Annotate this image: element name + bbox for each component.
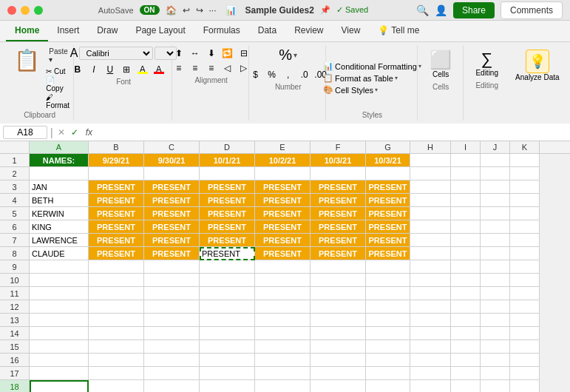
cell[interactable] [510,340,540,354]
cell[interactable] [451,314,481,327]
insert-function-button[interactable]: fx [83,127,95,138]
cell[interactable] [311,260,366,274]
cell[interactable]: 10/1/21 [200,154,255,167]
cell[interactable] [200,340,255,354]
cell[interactable]: PRESENT [366,220,410,234]
cell[interactable] [451,154,481,167]
cell[interactable] [510,180,540,194]
row-num-1[interactable]: 1 [0,154,29,167]
cell[interactable] [255,354,311,367]
cell[interactable]: PRESENT [366,194,410,207]
cell[interactable] [410,220,451,234]
tab-view[interactable]: View [333,21,370,41]
cell[interactable]: PRESENT [311,180,366,194]
comma-button[interactable]: , [281,68,296,81]
cell[interactable] [30,327,89,340]
cell[interactable] [89,354,144,367]
cell[interactable] [451,194,481,207]
cell[interactable] [144,327,200,340]
wrap-text-button[interactable]: 🔁 [220,47,235,60]
cell[interactable] [510,234,540,247]
cell[interactable] [481,287,510,300]
cell[interactable] [311,287,366,300]
cell[interactable] [451,354,481,367]
bold-button[interactable]: B [70,63,85,76]
cell[interactable]: PRESENT [89,194,144,207]
cell[interactable] [510,260,540,274]
cell[interactable] [366,274,410,287]
align-right-button[interactable]: ≡ [204,61,219,75]
row-num-14[interactable]: 14 [0,327,29,340]
minimize-button[interactable] [21,6,30,15]
cell[interactable] [451,247,481,260]
col-header-g[interactable]: G [366,141,410,153]
search-icon[interactable]: 🔍 [416,4,429,16]
cell[interactable] [451,274,481,287]
cell[interactable] [410,314,451,327]
cell[interactable] [481,340,510,354]
percent-button[interactable]: % [265,68,279,81]
cell[interactable]: NAMES: [30,154,89,167]
cell[interactable]: KERWIN [30,207,89,220]
cell[interactable] [410,327,451,340]
cell[interactable] [144,367,200,380]
cell[interactable] [200,274,255,287]
cell[interactable] [89,300,144,314]
cell[interactable] [200,300,255,314]
cell[interactable]: LAWRENCE [30,234,89,247]
row-num-13[interactable]: 13 [0,314,29,327]
cell[interactable] [366,367,410,380]
cell[interactable]: PRESENT [89,180,144,194]
cell[interactable] [366,327,410,340]
cell[interactable]: PRESENT [200,207,255,220]
cell[interactable] [410,154,451,167]
paste-dropdown[interactable]: Paste ▾ [46,47,71,64]
cell[interactable]: PRESENT [311,194,366,207]
cell[interactable] [89,167,144,180]
cell[interactable] [200,260,255,274]
cell[interactable] [410,167,451,180]
cell[interactable] [255,287,311,300]
cell[interactable] [510,300,540,314]
cell[interactable] [410,207,451,220]
fill-color-button[interactable]: A [135,63,150,76]
cell[interactable] [89,314,144,327]
cell[interactable]: PRESENT [366,234,410,247]
col-header-j[interactable]: J [481,141,510,153]
cell[interactable] [481,247,510,260]
cell[interactable] [510,247,540,260]
row-num-4[interactable]: 4 [0,194,29,207]
row-num-2[interactable]: 2 [0,167,29,180]
cell[interactable] [200,367,255,380]
cell[interactable] [89,327,144,340]
cell[interactable] [481,220,510,234]
cell[interactable] [481,180,510,194]
cell[interactable] [255,380,311,392]
row-num-10[interactable]: 10 [0,274,29,287]
font-color-button[interactable]: A [152,63,166,76]
cell[interactable] [200,167,255,180]
cell[interactable] [410,274,451,287]
col-header-b[interactable]: B [89,141,144,153]
cell[interactable] [510,194,540,207]
cell[interactable] [366,340,410,354]
cell[interactable] [30,367,89,380]
cell[interactable] [410,354,451,367]
row-num-9[interactable]: 9 [0,260,29,274]
italic-button[interactable]: I [86,63,101,76]
align-middle-button[interactable]: ↔ [188,47,203,60]
cell[interactable] [30,167,89,180]
cell[interactable]: PRESENT [144,180,200,194]
cell[interactable] [30,274,89,287]
tab-draw[interactable]: Draw [88,21,126,41]
cell[interactable] [451,300,481,314]
cell[interactable] [30,260,89,274]
col-header-i[interactable]: I [451,141,481,153]
cell[interactable]: 10/3/21 [311,154,366,167]
cell[interactable]: PRESENT [255,220,311,234]
decrease-indent-button[interactable]: ◁ [220,61,235,75]
cell[interactable]: 10/3/21 [366,154,410,167]
cell[interactable]: PRESENT [311,234,366,247]
cell[interactable] [410,180,451,194]
cell[interactable] [89,274,144,287]
